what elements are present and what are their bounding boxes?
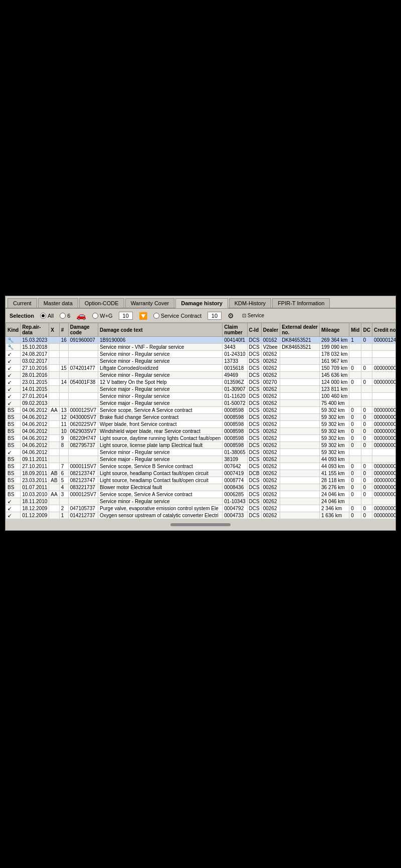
spin-10[interactable]: 10 — [119, 312, 133, 320]
cell-10: 24 046 km — [319, 498, 349, 505]
cell-4 — [68, 449, 98, 456]
cell-6: 38109 — [223, 456, 247, 463]
cell-1: 04.06.2012 — [21, 442, 49, 449]
cell-10: 28 118 km — [319, 477, 349, 484]
cell-7: DCS — [247, 337, 261, 344]
cell-5: Purge valve, evaporative emission contro… — [98, 505, 223, 512]
table-row[interactable]: ↙24.08.2017Service minor - Regular servi… — [6, 351, 396, 358]
table-row[interactable]: BS18.09.2011AB6082123747Light source, he… — [6, 470, 396, 477]
cell-2 — [49, 365, 59, 372]
cell-4: 047105737 — [68, 505, 98, 512]
table-row[interactable]: BS09.11.2011Service major - Regular serv… — [6, 456, 396, 463]
table-row[interactable]: ↙27.01.2014Service minor - Regular servi… — [6, 393, 396, 400]
cell-4 — [68, 344, 98, 351]
table-row[interactable]: ↙01.12.20091014212737Oxygen sensor upstr… — [6, 512, 396, 519]
cell-0: ↙ — [6, 393, 21, 400]
cell-0: BS — [6, 463, 21, 470]
cell-8: 00262 — [261, 498, 280, 505]
cell-11 — [349, 351, 361, 358]
table-row[interactable]: BS27.10.20117000011SV7Service scope, Ser… — [6, 463, 396, 470]
tab-warrantycover[interactable]: Warranty Cover — [125, 298, 175, 308]
table-row[interactable]: ↙18.11.2010Service minor - Regular servi… — [6, 498, 396, 505]
cell-12 — [361, 400, 372, 407]
cell-11: 0 — [349, 365, 361, 372]
cell-4: 062022SV7 — [68, 421, 98, 428]
cell-9 — [280, 477, 320, 484]
cell-0: BS — [6, 407, 21, 414]
cell-12: 0 — [361, 435, 372, 442]
tab-masterdata[interactable]: Master data — [38, 298, 78, 308]
cell-3 — [59, 358, 68, 365]
cell-4 — [68, 498, 98, 505]
table-row[interactable]: ↙23.01.201514054001F3812 V battery On th… — [6, 379, 396, 386]
cell-3 — [59, 400, 68, 407]
cell-8: 00262 — [261, 421, 280, 428]
cell-3: 10 — [59, 428, 68, 435]
table-row[interactable]: ↙09.02.2013Service major - Regular servi… — [6, 400, 396, 407]
cell-8: 00262 — [261, 491, 280, 498]
cell-4: 000012SV7 — [68, 407, 98, 414]
tab-optioncode[interactable]: Option-CODE — [79, 298, 124, 308]
settings-icon: ⚙ — [228, 312, 234, 320]
radio-all[interactable]: All — [40, 313, 54, 319]
cell-3: 14 — [59, 379, 68, 386]
spin-10b[interactable]: 10 — [208, 312, 222, 320]
table-row[interactable]: 🔧15.10.2018Service minor - VNF - Regular… — [6, 344, 396, 351]
tab-damagehistory[interactable]: Damage history — [175, 298, 228, 308]
cell-6: 01-50072 — [223, 400, 247, 407]
table-row[interactable]: BS04.06.201211062022SV7Wiper blade, fron… — [6, 421, 396, 428]
table-row[interactable]: BS10.03.2010AA3000012SV7Service scope, S… — [6, 491, 396, 498]
col-repair-date: Rep.air-data — [21, 323, 49, 337]
cell-6: 01-10343 — [223, 498, 247, 505]
tab-fpirtinformation[interactable]: FPIR-T Information — [272, 298, 330, 308]
cell-9 — [280, 365, 320, 372]
selection-bar: Selection All 6 🚗 W+G 10 🔽 Service Contr… — [6, 309, 395, 323]
cell-8: 00262 — [261, 442, 280, 449]
table-row[interactable]: ↙27.10.201615074201477Liftgate Corroded/… — [6, 365, 396, 372]
cell-1: 03.02.2017 — [21, 358, 49, 365]
table-row[interactable]: ↙28.01.2016Service minor - Regular servi… — [6, 372, 396, 379]
table-row[interactable]: ↙18.12.20092047105737Purge valve, evapor… — [6, 505, 396, 512]
cell-10: 59 302 km — [319, 449, 349, 456]
cell-7: DCS — [247, 393, 261, 400]
table-row[interactable]: ↙03.02.2017Service minor - Regular servi… — [6, 358, 396, 365]
cell-12: 0 — [361, 421, 372, 428]
car-icon: 🚗 — [76, 311, 86, 320]
radio-wg[interactable]: W+G — [92, 313, 112, 319]
tab-kdmhistory[interactable]: KDM-History — [229, 298, 271, 308]
cell-7: DCS — [247, 442, 261, 449]
cell-8: 00262 — [261, 505, 280, 512]
cell-8: 00262 — [261, 407, 280, 414]
table-row[interactable]: ↙14.01.2015Service major - Regular servi… — [6, 386, 396, 393]
cell-10: 24 046 km — [319, 491, 349, 498]
table-row[interactable]: BS23.03.2011AB5082123747Light source, he… — [6, 477, 396, 484]
table-row[interactable]: BS04.06.2012AA13000012SV7Service scope, … — [6, 407, 396, 414]
table-row[interactable]: BS01.07.20114083221737Blower motor Elect… — [6, 484, 396, 491]
radio-service-contract[interactable]: Service Contract — [153, 313, 202, 319]
cell-13: 000000000 — [372, 484, 395, 491]
cell-4: 083221737 — [68, 484, 98, 491]
cell-3: 13 — [59, 407, 68, 414]
cell-2 — [49, 400, 59, 407]
cell-5: Windshield wiper blade, rear Service con… — [98, 428, 223, 435]
table-row[interactable]: 🔧15.03.2023160919600071B9190006004140f1D… — [6, 337, 396, 344]
cell-12 — [361, 393, 372, 400]
cell-7: DCS — [247, 463, 261, 470]
table-row[interactable]: BS04.06.201212043000SV7Brake fluid chang… — [6, 414, 396, 421]
cell-3: 11 — [59, 421, 68, 428]
cell-5: Service minor - VNF - Regular service — [98, 344, 223, 351]
table-row[interactable]: ↙04.06.2012Service minor - Regular servi… — [6, 449, 396, 456]
cell-1: 04.06.2012 — [21, 407, 49, 414]
table-row[interactable]: BS04.06.201210062903SV7Windshield wiper … — [6, 428, 396, 435]
table-row[interactable]: BS04.06.2012908220H747Light source, dayt… — [6, 435, 396, 442]
selection-label: Selection — [10, 313, 34, 319]
cell-11: 0 — [349, 407, 361, 414]
cell-5: Service scope, Service B Service contrac… — [98, 463, 223, 470]
cell-4: 062903SV7 — [68, 428, 98, 435]
cell-6: 0008598 — [223, 442, 247, 449]
tab-current[interactable]: Current — [8, 298, 37, 308]
table-row[interactable]: BS04.06.20128082795737Light source, lice… — [6, 442, 396, 449]
radio-6[interactable]: 6 — [60, 313, 70, 319]
cell-2 — [49, 435, 59, 442]
cell-8: 00262 — [261, 351, 280, 358]
